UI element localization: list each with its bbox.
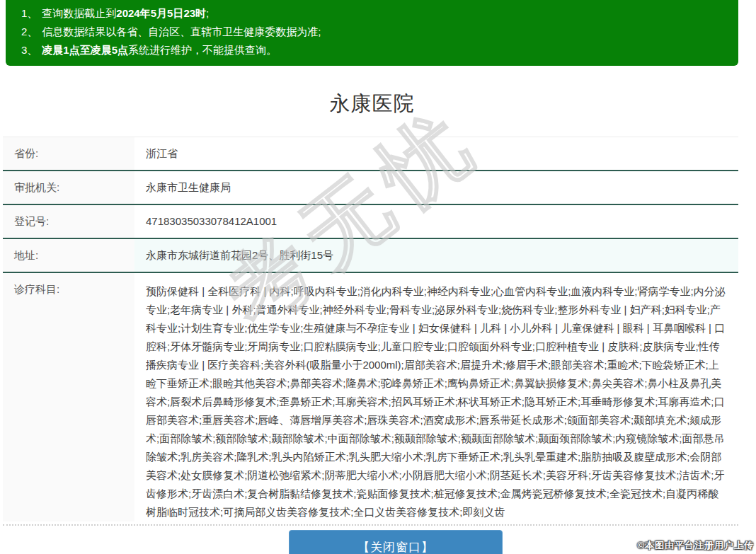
notice-text: 系统进行维护，不能提供查询。 <box>128 44 277 56</box>
notice-text-bold: 2024年5月5日23时 <box>116 7 206 19</box>
table-row-approval-authority: 审批机关: 永康市卫生健康局 <box>3 171 738 205</box>
notice-text: 信息数据结果以各省、自治区、直辖市卫生健康委数据为准; <box>42 25 321 37</box>
table-row-registration-number: 登记号: 47183035033078412A1001 <box>3 205 738 239</box>
notice-banner: 1、查询数据截止到2024年5月5日23时; 2、信息数据结果以各省、自治区、直… <box>6 0 738 66</box>
field-label-province: 省份: <box>3 137 134 170</box>
field-value-province: 浙江省 <box>134 137 738 170</box>
notice-line-2: 2、信息数据结果以各省、自治区、直辖市卫生健康委数据为准; <box>21 23 724 41</box>
table-row-address: 地址: 永康市东城街道前花园2号、胜利街15号 <box>3 239 738 273</box>
field-value-approval-authority: 永康市卫生健康局 <box>134 171 738 204</box>
field-label-registration-number: 登记号: <box>3 205 134 238</box>
page-title: 永康医院 <box>6 80 738 137</box>
notice-line-number: 2、 <box>21 23 38 41</box>
hospital-info-table: 省份: 浙江省 审批机关: 永康市卫生健康局 登记号: 471830350330… <box>3 137 738 521</box>
table-row-province: 省份: 浙江省 <box>3 137 738 171</box>
notice-text: 查询数据截止到 <box>42 7 116 19</box>
title-section: 永康医院 <box>6 80 738 137</box>
close-window-button[interactable]: 【关闭窗口】 <box>289 530 503 554</box>
medical-subjects-text: 预防保健科 | 全科医疗科 | 内科;呼吸内科专业;消化内科专业;神经内科专业;… <box>146 282 726 521</box>
photo-credit-watermark: ©本图由平台注册用户上传 <box>637 539 754 552</box>
notice-text: ; <box>206 7 209 19</box>
notice-line-3: 3、凌晨1点至凌晨5点系统进行维护，不能提供查询。 <box>21 41 724 59</box>
clipped-text-line <box>3 522 738 526</box>
field-label-medical-subjects: 诊疗科目: <box>3 273 134 521</box>
field-label-address: 地址: <box>3 239 134 272</box>
notice-line-1: 1、查询数据截止到2024年5月5日23时; <box>21 4 724 23</box>
field-value-registration-number: 47183035033078412A1001 <box>134 205 738 238</box>
field-value-medical-subjects: 预防保健科 | 全科医疗科 | 内科;呼吸内科专业;消化内科专业;神经内科专业;… <box>134 273 738 521</box>
field-label-approval-authority: 审批机关: <box>3 171 134 204</box>
notice-line-number: 3、 <box>21 41 38 59</box>
field-value-address: 永康市东城街道前花园2号、胜利街15号 <box>134 239 738 272</box>
table-row-medical-subjects: 诊疗科目: 预防保健科 | 全科医疗科 | 内科;呼吸内科专业;消化内科专业;神… <box>3 273 738 521</box>
notice-text-bold: 凌晨1点至凌晨5点 <box>42 44 128 56</box>
hospital-detail-page: 1、查询数据截止到2024年5月5日23时; 2、信息数据结果以各省、自治区、直… <box>0 0 756 554</box>
notice-line-number: 1、 <box>21 4 38 23</box>
